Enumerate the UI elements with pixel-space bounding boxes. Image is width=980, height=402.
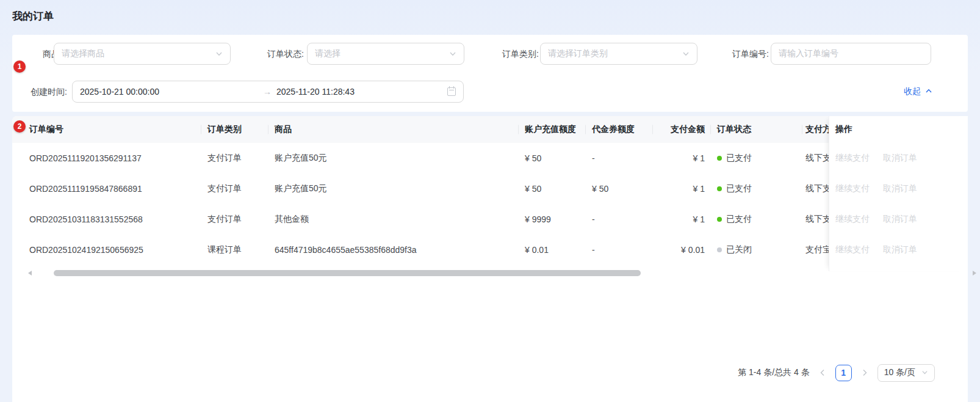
cell-order-status: 已支付 — [711, 153, 802, 164]
cell-order-type: 支付订单 — [201, 214, 268, 225]
cell-pay-amount: ¥ 1 — [653, 153, 711, 163]
table-body: ORD20251119201356291137 支付订单 账户充值50元 ¥ 5… — [12, 143, 968, 265]
order-no-input[interactable]: 请输入订单编号 — [771, 43, 931, 65]
status-dot-icon — [717, 247, 722, 252]
status-dot-icon — [717, 156, 722, 161]
col-header-pay-amount: 支付金额 — [653, 124, 711, 135]
cell-voucher: - — [586, 245, 653, 255]
scroll-left-arrow[interactable] — [28, 271, 32, 276]
order-no-filter-label: 订单编号: — [720, 43, 769, 65]
annotation-badge-1: 1 — [13, 60, 26, 73]
cell-order-type: 课程订单 — [201, 244, 268, 255]
order-no-input-placeholder: 请输入订单编号 — [779, 48, 923, 59]
chevron-down-icon — [921, 368, 928, 378]
collapse-filters-link[interactable]: 收起 — [904, 81, 932, 103]
created-time-range-picker[interactable]: 2025-10-21 00:00:00 → 2025-11-20 11:28:4… — [72, 81, 464, 103]
page-title: 我的订单 — [12, 9, 54, 23]
cell-order-type: 支付订单 — [201, 153, 268, 164]
product-select-placeholder: 请选择商品 — [62, 48, 215, 59]
status-label: 已关闭 — [726, 244, 752, 255]
cell-order-no: ORD20251024192150656925 — [12, 245, 201, 255]
table-header-row: 订单编号 订单类别 商品 账户充值额度 代金券额度 支付金额 订单状态 支付方 — [12, 116, 968, 143]
page-header: 我的订单 — [0, 0, 980, 35]
chevron-down-icon — [449, 50, 456, 57]
table-row-actions: 继续支付取消订单 — [829, 174, 968, 204]
cell-order-type: 支付订单 — [201, 183, 268, 194]
cell-order-status: 已支付 — [711, 183, 802, 194]
prev-page-button[interactable] — [816, 365, 829, 381]
chevron-up-icon — [925, 87, 932, 97]
annotation-badge-2: 2 — [13, 120, 26, 133]
horizontal-scrollbar-thumb[interactable] — [54, 270, 641, 276]
row-action-link[interactable]: 继续支付 — [835, 183, 870, 194]
collapse-label: 收起 — [904, 86, 921, 97]
product-select[interactable]: 请选择商品 — [54, 43, 231, 65]
col-header-voucher: 代金券额度 — [586, 124, 653, 135]
order-type-select-placeholder: 请选择订单类别 — [548, 48, 682, 59]
pagination-summary: 第 1-4 条/总共 4 条 — [738, 367, 809, 378]
cell-product: 账户充值50元 — [268, 153, 519, 164]
order-status-select-placeholder: 请选择 — [315, 48, 449, 59]
table-row-actions: 继续支付取消订单 — [829, 143, 968, 174]
cell-product: 645ff4719b8c4655ae55385f68dd9f3a — [268, 245, 519, 255]
row-action-link[interactable]: 继续支付 — [835, 153, 870, 164]
cell-order-status: 已支付 — [711, 214, 802, 225]
cell-order-status: 已关闭 — [711, 244, 802, 255]
cell-order-no: ORD20251119201356291137 — [12, 153, 201, 163]
status-dot-icon — [717, 186, 722, 191]
order-type-filter-label: 订单类别: — [490, 43, 539, 65]
order-status-filter-label: 订单状态: — [255, 43, 304, 65]
created-time-filter-label: 创建时间: — [23, 81, 67, 103]
table-row-actions: 继续支付取消订单 — [829, 204, 968, 235]
chevron-down-icon — [215, 50, 223, 57]
row-action-link[interactable]: 继续支付 — [835, 244, 870, 255]
row-action-link[interactable]: 取消订单 — [883, 183, 917, 194]
col-header-actions: 操作 — [829, 116, 968, 143]
status-label: 已支付 — [726, 153, 752, 164]
cell-voucher: ¥ 50 — [586, 184, 653, 194]
chevron-down-icon — [682, 50, 690, 57]
pagination: 第 1-4 条/总共 4 条 1 10 条/页 — [738, 364, 935, 382]
cell-order-no: ORD20251031183131552568 — [12, 214, 201, 224]
range-arrow-icon: → — [263, 87, 276, 97]
cell-product: 账户充值50元 — [268, 183, 519, 194]
orders-table: 订单编号 订单类别 商品 账户充值额度 代金券额度 支付金额 订单状态 支付方 … — [12, 116, 968, 402]
col-header-recharge: 账户充值额度 — [519, 124, 586, 135]
table-row: ORD20251119201356291137 支付订单 账户充值50元 ¥ 5… — [12, 143, 968, 174]
table-row: ORD20251024192150656925 课程订单 645ff4719b8… — [12, 235, 968, 265]
col-header-order-status: 订单状态 — [711, 124, 802, 135]
cell-voucher: - — [586, 153, 653, 163]
cell-recharge: ¥ 0.01 — [519, 245, 586, 255]
page-number-button[interactable]: 1 — [835, 365, 852, 381]
status-dot-icon — [717, 217, 722, 222]
cell-recharge: ¥ 50 — [519, 153, 586, 163]
status-label: 已支付 — [726, 183, 752, 194]
next-page-button[interactable] — [858, 365, 871, 381]
cell-pay-amount: ¥ 0.01 — [653, 245, 711, 255]
fixed-actions-column: 操作 继续支付取消订单 继续支付取消订单 继续支付取消订单 继续支付取消订单 — [829, 116, 968, 271]
cell-voucher: - — [586, 214, 653, 224]
order-type-select[interactable]: 请选择订单类别 — [540, 43, 697, 65]
row-action-link[interactable]: 继续支付 — [835, 214, 870, 225]
col-header-product: 商品 — [268, 124, 519, 135]
table-row: ORD20251119195847866891 支付订单 账户充值50元 ¥ 5… — [12, 174, 968, 204]
cell-pay-amount: ¥ 1 — [653, 214, 711, 224]
table-row-actions: 继续支付取消订单 — [829, 235, 968, 265]
page-size-value: 10 条/页 — [884, 367, 915, 378]
cell-order-no: ORD20251119195847866891 — [12, 184, 201, 194]
calendar-icon — [447, 87, 456, 96]
scroll-right-arrow[interactable] — [973, 271, 976, 276]
order-status-select[interactable]: 请选择 — [307, 43, 464, 65]
page-size-select[interactable]: 10 条/页 — [877, 364, 935, 382]
row-action-link[interactable]: 取消订单 — [883, 214, 917, 225]
row-action-link[interactable]: 取消订单 — [883, 153, 917, 164]
created-time-start-value[interactable]: 2025-10-21 00:00:00 — [80, 87, 263, 97]
created-time-end-value[interactable]: 2025-11-20 11:28:43 — [276, 87, 447, 97]
col-header-order-type: 订单类别 — [201, 124, 268, 135]
cell-product: 其他金额 — [268, 214, 519, 225]
filter-panel: 商品: 请选择商品 订单状态: 请选择 订单类别: 请选择订单类别 订单编号: … — [12, 35, 968, 112]
cell-recharge: ¥ 9999 — [519, 214, 586, 224]
row-action-link[interactable]: 取消订单 — [883, 244, 917, 255]
status-label: 已支付 — [726, 214, 752, 225]
col-header-order-no: 订单编号 — [12, 124, 201, 135]
